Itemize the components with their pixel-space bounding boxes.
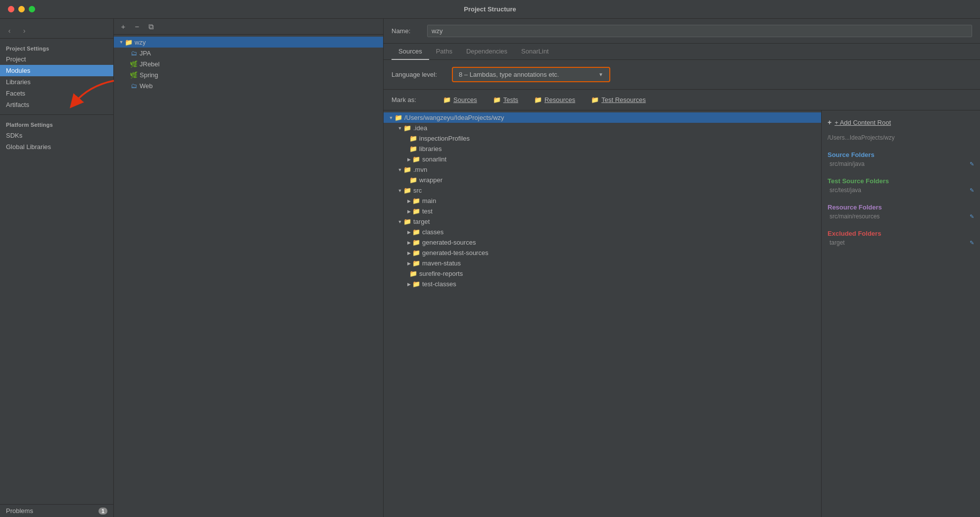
- file-tree-libraries[interactable]: 📁 libraries: [384, 144, 821, 154]
- test-source-folders-title: Test Source Folders: [828, 177, 974, 185]
- test-folder-icon: 📁: [412, 207, 420, 215]
- sidebar-item-sdks[interactable]: SDKs: [0, 130, 113, 141]
- tab-dependencies[interactable]: Dependencies: [459, 44, 514, 60]
- mark-sources-button[interactable]: 📁 Sources: [439, 95, 481, 105]
- sidebar-item-modules[interactable]: Modules: [0, 65, 113, 76]
- copy-module-button[interactable]: ⧉: [146, 21, 156, 32]
- name-input[interactable]: [427, 25, 972, 37]
- maximize-button[interactable]: [29, 6, 35, 12]
- source-edit-icon[interactable]: ✎: [970, 161, 974, 167]
- target-label: target: [413, 218, 430, 225]
- file-tree-idea[interactable]: ▼ 📁 .idea: [384, 123, 821, 133]
- file-tree-root[interactable]: ▼ 📁 /Users/wangzeyu/IdeaProjects/wzy: [384, 112, 821, 123]
- gen-test-sources-label: generated-test-sources: [422, 249, 489, 257]
- back-button[interactable]: ‹: [4, 25, 15, 36]
- main-folder-icon: 📁: [412, 197, 420, 205]
- resource-edit-icon[interactable]: ✎: [970, 213, 974, 220]
- tab-sonarlint[interactable]: SonarLint: [514, 44, 556, 60]
- file-tree-sonarlint[interactable]: ▶ 📁 sonarlint: [384, 154, 821, 164]
- sidebar-item-libraries[interactable]: Libraries: [0, 76, 113, 88]
- idea-label: .idea: [413, 124, 427, 132]
- file-tree-inspection[interactable]: 📁 inspectionProfiles: [384, 133, 821, 144]
- source-folders-title: Source Folders: [828, 151, 974, 158]
- file-tree-gen-sources[interactable]: ▶ 📁 generated-sources: [384, 237, 821, 248]
- sidebar-item-artifacts[interactable]: Artifacts: [0, 99, 113, 110]
- spring-label: Spring: [140, 71, 158, 79]
- mark-test-resources-button[interactable]: 📁 Test Resources: [587, 95, 650, 105]
- mark-resources-label: Resources: [544, 96, 575, 103]
- add-module-button[interactable]: +: [118, 21, 129, 32]
- wrapper-folder-icon: 📁: [409, 176, 417, 184]
- sonarlint-label: sonarlint: [422, 155, 446, 163]
- file-tree: ▼ 📁 /Users/wangzeyu/IdeaProjects/wzy ▼ 📁…: [384, 110, 822, 517]
- module-tree: ▼ 📁 wzy 🗂 JPA 🌿 JRebel 🌿 Spring 🗂: [114, 35, 383, 517]
- file-tree-wrapper[interactable]: 📁 wrapper: [384, 175, 821, 185]
- mark-sources-label: Sources: [453, 96, 477, 103]
- src-label: src: [413, 187, 422, 194]
- info-panel: + + Add Content Root /Users...IdeaProjec…: [822, 110, 980, 517]
- tab-paths[interactable]: Paths: [429, 44, 459, 60]
- jrebel-label: JRebel: [140, 60, 159, 68]
- file-tree-target[interactable]: ▼ 📁 target: [384, 216, 821, 227]
- sidebar-item-global-libraries[interactable]: Global Libraries: [0, 141, 113, 153]
- excluded-edit-icon[interactable]: ✎: [970, 240, 974, 246]
- divider: [0, 114, 113, 115]
- main-layout: ‹ › Project Settings Project Modules Lib…: [0, 19, 980, 517]
- jpa-label: JPA: [140, 50, 151, 57]
- sidebar: ‹ › Project Settings Project Modules Lib…: [0, 19, 114, 517]
- right-panel: Name: Sources Paths Dependencies SonarLi…: [384, 19, 980, 517]
- test-source-edit-icon[interactable]: ✎: [970, 187, 974, 194]
- file-tree-src[interactable]: ▼ 📁 src: [384, 185, 821, 196]
- jpa-icon: 🗂: [130, 49, 138, 57]
- mvn-folder-icon: 📁: [403, 166, 411, 173]
- test-source-folders-path: src/test/java ✎: [828, 187, 974, 194]
- content-root-path: /Users...IdeaProjects/wzy: [828, 134, 974, 141]
- remove-module-button[interactable]: −: [132, 21, 143, 32]
- sources-folder-icon: 📁: [443, 96, 451, 103]
- tab-sources[interactable]: Sources: [392, 44, 429, 60]
- file-tree-maven-status[interactable]: ▶ 📁 maven-status: [384, 258, 821, 268]
- mark-tests-label: Tests: [503, 96, 518, 103]
- mark-resources-button[interactable]: 📁 Resources: [530, 95, 579, 105]
- web-icon: 🗂: [130, 82, 138, 90]
- add-content-root-button[interactable]: + + Add Content Root: [828, 116, 974, 128]
- test-classes-label: test-classes: [422, 280, 456, 288]
- minimize-button[interactable]: [18, 6, 25, 12]
- target-folder-icon: 📁: [403, 218, 411, 225]
- tree-item-spring[interactable]: 🌿 Spring: [114, 69, 383, 80]
- forward-button[interactable]: ›: [19, 25, 30, 36]
- tree-root-label: wzy: [135, 39, 146, 46]
- file-tree-gen-test-sources[interactable]: ▶ 📁 generated-test-sources: [384, 248, 821, 258]
- name-row: Name:: [384, 19, 980, 44]
- mark-tests-button[interactable]: 📁 Tests: [489, 95, 522, 105]
- jrebel-icon: 🌿: [130, 60, 138, 68]
- classes-folder-icon: 📁: [412, 228, 420, 236]
- folder-icon: 📁: [125, 38, 133, 46]
- tree-root[interactable]: ▼ 📁 wzy: [114, 37, 383, 48]
- file-tree-mvn[interactable]: ▼ 📁 .mvn: [384, 164, 821, 175]
- tree-item-jpa[interactable]: 🗂 JPA: [114, 48, 383, 58]
- maven-status-icon: 📁: [412, 259, 420, 267]
- file-tree-main[interactable]: ▶ 📁 main: [384, 196, 821, 206]
- file-tree-root-label: /Users/wangzeyu/IdeaProjects/wzy: [404, 114, 504, 121]
- file-tree-surefire[interactable]: 📁 surefire-reports: [384, 268, 821, 279]
- surefire-label: surefire-reports: [419, 270, 463, 277]
- maven-status-label: maven-status: [422, 259, 461, 267]
- file-tree-classes[interactable]: ▶ 📁 classes: [384, 227, 821, 237]
- gen-sources-label: generated-sources: [422, 239, 476, 246]
- gen-test-sources-icon: 📁: [412, 249, 420, 257]
- problems-item[interactable]: Problems 1: [0, 504, 113, 517]
- sidebar-item-project[interactable]: Project: [0, 53, 113, 65]
- file-tree-test-classes[interactable]: ▶ 📁 test-classes: [384, 279, 821, 289]
- language-level-dropdown[interactable]: 8 – Lambdas, type annotations etc. ▼: [452, 67, 610, 82]
- file-tree-test[interactable]: ▶ 📁 test: [384, 206, 821, 216]
- tree-item-jrebel[interactable]: 🌿 JRebel: [114, 58, 383, 69]
- tabs-row: Sources Paths Dependencies SonarLint: [384, 44, 980, 60]
- tree-item-web[interactable]: 🗂 Web: [114, 80, 383, 91]
- mark-test-resources-label: Test Resources: [601, 96, 646, 103]
- sidebar-item-facets[interactable]: Facets: [0, 88, 113, 99]
- sidebar-nav: ‹ ›: [0, 23, 113, 39]
- close-button[interactable]: [8, 6, 14, 12]
- project-settings-header: Project Settings: [0, 43, 113, 53]
- window-controls: [8, 6, 35, 12]
